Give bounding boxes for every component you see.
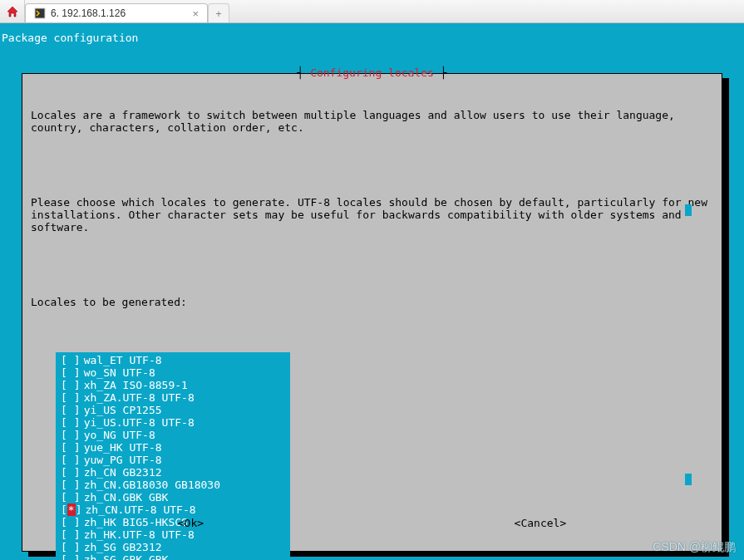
- locale-item[interactable]: [ ]yo_NG UTF-8: [56, 429, 290, 441]
- scrollbar[interactable]: [685, 204, 692, 485]
- scrollbar-thumb[interactable]: [685, 474, 692, 485]
- locale-item[interactable]: [ ]yuw_PG UTF-8: [56, 454, 290, 466]
- locale-label: yuw_PG UTF-8: [84, 454, 162, 466]
- locale-label: xh_ZA.UTF-8 UTF-8: [84, 391, 195, 404]
- locale-label: zh_HK.UTF-8 UTF-8: [84, 528, 195, 541]
- locale-label: zh_CN GB2312: [84, 466, 162, 479]
- terminal: Package configuration ┤ Configuring loca…: [0, 23, 744, 560]
- locale-item[interactable]: [*]zh_CN.UTF-8 UTF-8: [56, 504, 290, 516]
- scrollbar-thumb[interactable]: [685, 204, 692, 216]
- dialog-paragraph: Locales are a framework to switch betwee…: [31, 109, 713, 134]
- configuring-locales-dialog: ┤ Configuring locales ├ Locales are a fr…: [22, 73, 722, 552]
- dialog-paragraph: Please choose which locales to generate.…: [31, 196, 713, 233]
- tab-title: 6. 192.168.1.126: [51, 7, 126, 19]
- close-icon[interactable]: ×: [192, 7, 199, 20]
- locale-label: zh_CN.UTF-8 UTF-8: [85, 504, 195, 516]
- locale-item[interactable]: [ ]zh_HK.UTF-8 UTF-8: [56, 528, 290, 541]
- dialog-body: Locales are a framework to switch betwee…: [22, 74, 722, 560]
- locale-item[interactable]: [ ]zh_CN GB2312: [56, 466, 290, 479]
- locale-item[interactable]: [ ]yi_US.UTF-8 UTF-8: [56, 416, 290, 429]
- locale-label: yi_US.UTF-8 UTF-8: [84, 416, 195, 429]
- locale-item[interactable]: [ ]zh_CN.GB18030 GB18030: [56, 479, 290, 491]
- locale-item[interactable]: [ ]xh_ZA ISO-8859-1: [56, 379, 290, 391]
- svg-rect-0: [35, 8, 45, 18]
- browser-tabbar: 6. 192.168.1.126 × +: [0, 0, 744, 23]
- dialog-title: ┤ Configuring locales ├: [22, 66, 722, 79]
- locale-item[interactable]: [ ]zh_SG GB2312: [56, 541, 290, 553]
- watermark: CSDN @柳鲲鹏: [653, 540, 736, 555]
- ok-button[interactable]: <Ok>: [175, 517, 207, 529]
- locale-item[interactable]: [ ]wo_SN UTF-8: [56, 366, 290, 379]
- locale-label: yi_US CP1255: [84, 404, 162, 416]
- dialog-buttons: <Ok> <Cancel>: [22, 517, 722, 529]
- cancel-button[interactable]: <Cancel>: [511, 517, 570, 529]
- terminal-icon: [34, 7, 46, 19]
- new-tab-button[interactable]: +: [208, 3, 229, 22]
- locale-item[interactable]: [ ]wal_ET UTF-8: [56, 354, 290, 366]
- locale-label: zh_SG.GBK GBK: [84, 553, 169, 560]
- browser-tab[interactable]: 6. 192.168.1.126 ×: [25, 3, 208, 22]
- locale-label: yue_HK UTF-8: [84, 441, 162, 454]
- locale-item[interactable]: [ ]yue_HK UTF-8: [56, 441, 290, 454]
- locale-label: yo_NG UTF-8: [84, 429, 155, 441]
- locale-label: zh_CN.GB18030 GB18030: [84, 479, 220, 491]
- home-icon: [6, 5, 19, 18]
- home-button[interactable]: [0, 0, 25, 22]
- package-config-header: Package configuration: [2, 32, 739, 44]
- dialog-prompt: Locales to be generated:: [31, 296, 713, 308]
- locale-item[interactable]: [ ]zh_CN.GBK GBK: [56, 491, 290, 504]
- locale-label: zh_CN.GBK GBK: [84, 491, 169, 504]
- locale-label: wal_ET UTF-8: [84, 354, 162, 366]
- locale-item[interactable]: [ ]zh_SG.GBK GBK: [56, 553, 290, 560]
- locale-label: wo_SN UTF-8: [84, 366, 155, 379]
- locale-label: zh_SG GB2312: [84, 541, 162, 553]
- locale-item[interactable]: [ ]yi_US CP1255: [56, 404, 290, 416]
- locale-item[interactable]: [ ]xh_ZA.UTF-8 UTF-8: [56, 391, 290, 404]
- locale-label: xh_ZA ISO-8859-1: [84, 379, 188, 391]
